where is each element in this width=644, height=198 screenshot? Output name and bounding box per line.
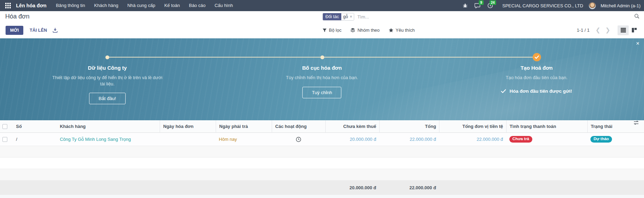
funnel-icon: [323, 28, 327, 32]
step-description: Tùy chỉnh hiển thị hóa hơn của bạn.: [286, 75, 358, 81]
pager-previous-icon[interactable]: ❮: [593, 27, 603, 33]
pager: 1-1 / 1 ❮ ❯: [577, 25, 640, 35]
download-icon[interactable]: [53, 28, 58, 33]
col-header-total[interactable]: Tổng: [379, 120, 439, 133]
step-title: Tạo Hoá đơn: [520, 65, 552, 71]
menu-customers[interactable]: Khách hàng: [90, 0, 123, 11]
payment-status-badge: Chưa trả: [509, 136, 532, 143]
total-amount: 22.000.000 đ: [379, 137, 439, 142]
bottom-strip: [0, 195, 644, 198]
banner-close-icon[interactable]: ×: [636, 40, 639, 46]
customize-button[interactable]: Tuỳ chỉnh: [302, 87, 341, 98]
view-switcher: [618, 25, 640, 35]
col-header-untaxed[interactable]: Chưa kèm thuế: [325, 120, 379, 133]
empty-row: [0, 169, 644, 181]
invoice-row[interactable]: / Công Ty Gỗ Minh Long Sang Trọng Hôm na…: [0, 133, 644, 146]
control-panel-top: Hóa đơn Đối tác gỗ × Tìm...: [0, 11, 644, 22]
pager-range: 1-1 / 1: [577, 28, 590, 33]
layers-icon: [350, 28, 355, 32]
first-invoice-sent-note: Hóa đơn đầu tiên được gửi!: [501, 89, 572, 94]
optional-columns-icon[interactable]: [629, 120, 644, 133]
menu-configuration[interactable]: Cấu hình: [210, 0, 238, 11]
menu-accounting[interactable]: Kế toán: [160, 0, 184, 11]
step2-dot: [320, 55, 324, 59]
user-avatar[interactable]: [589, 2, 596, 9]
kanban-view-icon[interactable]: [629, 25, 640, 35]
top-navbar: Lên hóa đơn Bảng thông tin Khách hàng Nh…: [0, 0, 644, 11]
col-header-invoice-date[interactable]: Ngày hóa đơn: [160, 120, 216, 133]
onboarding-banner: × Dữ liệu Công ty Thiết lập dữ liệu công…: [0, 38, 644, 120]
messages-icon[interactable]: 9: [472, 0, 483, 11]
start-button[interactable]: Bắt đầu!: [89, 93, 125, 104]
check-icon: [501, 89, 506, 93]
onboarding-step-company-data: Dữ liệu Công ty Thiết lập dữ liệu công t…: [0, 65, 215, 104]
step-title: Bố cục hóa đơn: [302, 65, 342, 71]
facet-field-label: Đối tác: [323, 13, 341, 20]
invoice-number: /: [13, 137, 57, 142]
table-header-row: Số Khách hàng Ngày hóa đơn Ngày phải trả…: [0, 120, 644, 133]
select-all-checkbox[interactable]: [0, 120, 13, 133]
onboarding-step-create-invoice: Tạo Hoá đơn Tạo hóa đơn đầu tiên của bạn…: [429, 65, 644, 104]
upload-button[interactable]: TẢI LÊN: [25, 26, 51, 35]
search-options: Bộ lọc Nhóm theo Yêu thích: [323, 28, 415, 33]
step1-dot: [105, 55, 109, 59]
col-header-customer[interactable]: Khách hàng: [57, 120, 160, 133]
apps-menu-icon[interactable]: [3, 0, 13, 11]
activity-clock-icon[interactable]: [272, 137, 325, 142]
favorites-button[interactable]: Yêu thích: [389, 28, 415, 33]
col-header-due-date[interactable]: Ngày phải trả: [216, 120, 272, 133]
empty-row: [0, 146, 644, 158]
customer-link[interactable]: Công Ty Gỗ Minh Long Sang Trọng: [57, 137, 160, 142]
untaxed-amount: 20.000.000 đ: [325, 137, 379, 142]
menu-reporting[interactable]: Báo cáo: [184, 0, 210, 11]
col-header-number[interactable]: Số: [13, 120, 57, 133]
footer-total: 22.000.000 đ: [379, 185, 439, 190]
col-header-status[interactable]: Trạng thái: [587, 120, 628, 133]
due-date-cell: Hôm nay: [216, 137, 272, 142]
facet-remove-icon[interactable]: ×: [350, 14, 352, 19]
filters-button[interactable]: Bộ lọc: [323, 28, 341, 33]
step-title: Dữ liệu Công ty: [88, 65, 127, 71]
step-description: Thiết lập dữ liệu công ty để hiển thị ở …: [50, 75, 165, 87]
activities-count-badge: 24: [490, 0, 496, 5]
search-bar[interactable]: Đối tác gỗ × Tìm...: [323, 13, 369, 21]
control-panel-bottom: MỚI TẢI LÊN Bộ lọc Nhóm theo Yêu thích 1…: [0, 22, 644, 38]
search-input[interactable]: Tìm...: [357, 14, 369, 20]
list-view-icon[interactable]: [618, 25, 629, 35]
col-header-payment-status[interactable]: Tình trạng thanh toán: [506, 120, 587, 133]
user-menu[interactable]: Mitchell Admin (a-1): [601, 3, 641, 8]
status-cell: Dự thảo: [587, 136, 628, 143]
debug-bug-icon[interactable]: [460, 0, 470, 11]
app-name[interactable]: Lên hóa đơn: [16, 3, 47, 8]
pager-next-icon[interactable]: ❯: [603, 27, 613, 33]
menu-vendors[interactable]: Nhà cung cấp: [123, 0, 160, 11]
search-facet: Đối tác gỗ ×: [323, 13, 354, 21]
group-by-button[interactable]: Nhóm theo: [350, 28, 380, 33]
onboarding-step-invoice-layout: Bố cục hóa đơn Tùy chỉnh hiển thị hóa hơ…: [215, 65, 429, 104]
empty-row: [0, 158, 644, 169]
payment-status-cell: Chưa trả: [506, 136, 587, 143]
menu-dashboard[interactable]: Bảng thông tin: [51, 0, 90, 11]
company-switcher[interactable]: SPECIAL CARGO SERVICES CO., LTD: [502, 3, 583, 8]
new-button[interactable]: MỚI: [6, 26, 23, 35]
activities-clock-icon[interactable]: 24: [485, 0, 495, 11]
col-header-total-currency[interactable]: Tổng đơn vị tiền tệ: [439, 120, 506, 133]
facet-value: gỗ ×: [341, 13, 354, 20]
footer-untaxed-total: 20.000.000 đ: [325, 185, 379, 190]
table-footer-totals: 20.000.000 đ 22.000.000 đ: [0, 181, 644, 195]
messages-count-badge: 9: [479, 0, 484, 5]
total-currency-amount: 22.000.000 đ: [439, 137, 506, 142]
col-header-activities[interactable]: Các hoạt động: [272, 120, 325, 133]
step3-done-icon: [533, 53, 541, 61]
page-title: Hóa đơn: [5, 13, 30, 20]
search-icon[interactable]: [634, 14, 639, 19]
row-checkbox[interactable]: [0, 137, 13, 142]
star-icon: [389, 28, 393, 32]
step-description: Tạo hóa đơn đầu tiên của bạn.: [506, 75, 568, 81]
status-badge: Dự thảo: [590, 136, 612, 143]
